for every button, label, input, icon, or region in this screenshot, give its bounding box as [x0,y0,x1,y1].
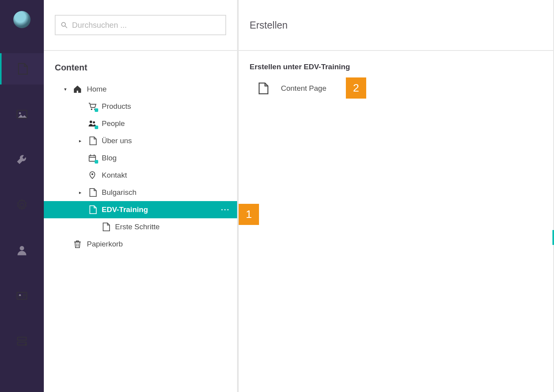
page-icon [88,188,97,197]
tree-node-label: Home [87,85,230,94]
user-icon [16,245,28,256]
caret-down-icon[interactable]: ▾ [63,86,68,92]
search-input[interactable] [72,21,221,30]
content-tree-panel: Content ▾HomeProductsPeople▸Über unsBlog… [44,0,239,392]
search-box[interactable] [55,15,226,35]
tree-node-erste-schritte[interactable]: Erste Schritte [44,218,237,236]
tree-node-edv-training[interactable]: EDV-Training [44,201,237,218]
nav-media[interactable] [0,99,44,130]
tree-node-label: Blog [102,154,230,162]
idcard-icon [16,290,28,302]
nav-forms[interactable] [0,325,44,357]
more-icon [220,205,230,215]
tree-node-label: Erste Schritte [115,223,230,231]
create-panel: Erstellen Erstellen unter EDV-Training C… [239,0,554,392]
page-icon [257,82,268,95]
cart-icon [88,102,97,111]
tree-node-label: Kontakt [102,171,230,180]
tree-node-label: EDV-Training [102,205,215,214]
nav-rail [0,0,44,392]
nav-settings-wrench[interactable] [0,144,44,175]
right-edge-accent [552,230,554,245]
trash-icon [73,240,82,248]
tree-node-label: People [102,119,230,128]
nav-settings-gear[interactable] [0,189,44,221]
avatar[interactable] [13,11,31,28]
tree-node--ber-uns[interactable]: ▸Über uns [44,132,237,149]
tree-node-actions[interactable] [220,205,230,215]
image-icon [16,108,28,120]
create-subtitle: Erstellen unter EDV-Training [250,63,542,71]
calendar-icon [88,154,97,162]
tree-title: Content [44,51,237,81]
wrench-icon [16,154,28,165]
page-icon [88,137,97,145]
tree-node-home[interactable]: ▾Home [44,81,237,98]
create-option-label: Content Page [281,84,326,93]
tree-node-label: Über uns [102,137,230,145]
tree-node-label: Products [102,102,230,111]
pin-icon [88,171,97,180]
gear-icon [16,199,28,211]
tree-node-papierkorb[interactable]: Papierkorb [44,236,237,253]
tree-node-bulgarisch[interactable]: ▸Bulgarisch [44,184,237,201]
annotation-2: 2 [346,77,366,99]
forms-icon [16,335,28,347]
create-option-content-page[interactable]: Content Page [250,77,330,100]
home-icon [73,85,82,94]
create-options: Content Page [239,74,553,103]
tree-node-label: Papierkorb [87,240,230,248]
annotation-1: 1 [239,204,259,225]
page-icon [101,223,110,231]
caret-right-icon[interactable]: ▸ [77,138,83,144]
page-icon [16,63,28,75]
create-panel-title: Erstellen [250,20,288,31]
nav-users[interactable] [0,235,44,266]
tree-node-kontakt[interactable]: Kontakt [44,167,237,184]
people-icon [88,119,97,128]
tree-node-products[interactable]: Products [44,98,237,115]
tree-node-label: Bulgarisch [102,188,230,197]
content-tree: ▾HomeProductsPeople▸Über unsBlogKontakt▸… [44,81,237,268]
page-icon [88,205,97,214]
nav-members[interactable] [0,280,44,311]
nav-content[interactable] [0,53,44,85]
tree-node-people[interactable]: People [44,115,237,132]
search-icon [60,21,68,29]
caret-right-icon[interactable]: ▸ [77,190,83,195]
tree-node-blog[interactable]: Blog [44,149,237,167]
